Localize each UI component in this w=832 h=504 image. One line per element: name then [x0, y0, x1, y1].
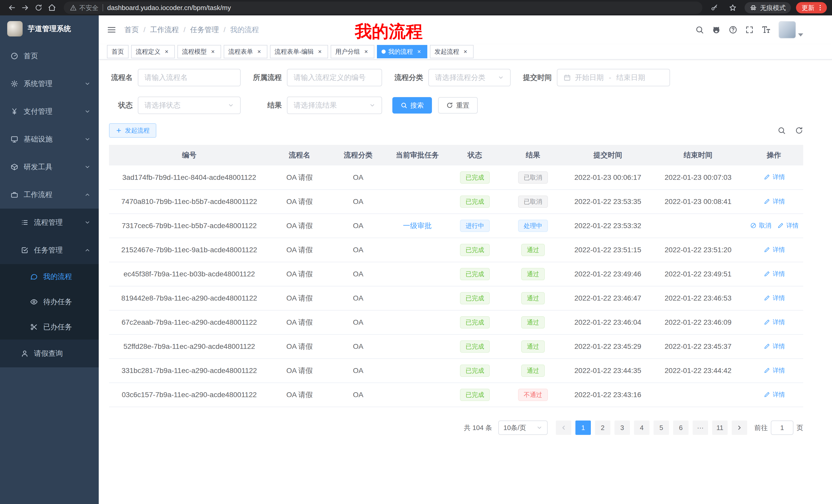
tab-process-model[interactable]: 流程模型× — [177, 45, 221, 58]
page-button-11[interactable]: 11 — [712, 421, 728, 435]
sidebar-item-dev-tools[interactable]: 研发工具 — [0, 153, 99, 181]
tab-my-process[interactable]: 我的流程× — [377, 45, 427, 58]
tab-process-definition[interactable]: 流程定义× — [131, 45, 175, 58]
tab-start-process[interactable]: 发起流程× — [430, 45, 474, 58]
close-icon[interactable]: × — [462, 48, 469, 55]
cell-end-time — [651, 214, 745, 238]
forward-button[interactable] — [19, 1, 32, 15]
result-filter-select[interactable]: 请选择流结果 — [287, 96, 382, 114]
page-button-5[interactable]: 5 — [654, 421, 669, 435]
github-icon[interactable] — [712, 25, 721, 34]
back-button[interactable] — [5, 1, 19, 15]
close-icon[interactable]: × — [316, 48, 323, 55]
task-link[interactable]: 一级审批 — [403, 222, 432, 230]
help-icon[interactable] — [729, 25, 737, 34]
close-icon[interactable]: × — [363, 48, 370, 55]
sidebar-item-payment-mgmt[interactable]: 支付管理 — [0, 97, 99, 125]
create-process-button[interactable]: 发起流程 — [109, 123, 156, 138]
status-badge: 已完成 — [460, 365, 490, 377]
tab-user-group[interactable]: 用户分组× — [331, 45, 374, 58]
close-icon[interactable]: × — [415, 48, 423, 55]
next-page-button[interactable] — [732, 421, 747, 435]
detail-link[interactable]: 详情 — [763, 173, 785, 181]
cell-category: OA — [330, 238, 387, 262]
jump-page-input[interactable] — [771, 421, 794, 435]
security-chip[interactable]: 不安全 — [70, 4, 99, 12]
category-filter-select[interactable]: 请选择流程分类 — [428, 69, 511, 86]
detail-link[interactable]: 详情 — [777, 221, 799, 230]
update-button[interactable]: 更新 — [796, 2, 827, 13]
key-icon[interactable] — [707, 1, 721, 15]
search-button[interactable]: 搜索 — [392, 97, 432, 114]
cell-name: OA 请假 — [269, 214, 330, 238]
sidebar-item-todo-tasks[interactable]: 待办任务 — [0, 289, 99, 314]
fullscreen-icon[interactable] — [745, 25, 754, 34]
table-row: 2152467e-7b9b-11ec-9a1b-acde48001122OA 请… — [109, 238, 803, 262]
user-menu[interactable] — [779, 21, 803, 38]
detail-link[interactable]: 详情 — [763, 270, 785, 278]
breadcrumb-item[interactable]: 任务管理 — [190, 25, 219, 35]
chat-icon — [30, 273, 38, 281]
search-icon[interactable] — [695, 25, 704, 34]
detail-link[interactable]: 详情 — [763, 342, 785, 351]
page-size-select[interactable]: 10条/页 — [498, 421, 548, 435]
sidebar-item-task-mgmt[interactable]: 任务管理 — [0, 236, 99, 264]
page-button-3[interactable]: 3 — [615, 421, 630, 435]
sidebar-item-workflow[interactable]: 工作流程 — [0, 181, 99, 208]
edit-icon — [763, 343, 771, 349]
detail-link[interactable]: 详情 — [763, 246, 785, 254]
refresh-table-icon[interactable] — [795, 127, 803, 135]
cell-actions: 详情 — [745, 165, 803, 190]
sidebar-item-leave-query[interactable]: 请假查询 — [0, 340, 99, 367]
tab-process-form-edit[interactable]: 流程表单-编辑× — [270, 45, 328, 58]
result-badge: 处理中 — [518, 220, 548, 232]
reset-button[interactable]: 重置 — [438, 97, 478, 114]
sidebar-item-process-mgmt[interactable]: 流程管理 — [0, 208, 99, 236]
close-icon[interactable]: × — [256, 48, 263, 55]
page-button-4[interactable]: 4 — [634, 421, 649, 435]
cell-end-time: 2022-01-23 00:08:41 — [651, 190, 745, 214]
tab-home[interactable]: 首页 — [107, 45, 129, 58]
date-range-picker[interactable]: 开始日期 - 结束日期 — [557, 69, 670, 86]
detail-link[interactable]: 详情 — [763, 390, 785, 399]
prev-page-button[interactable] — [556, 421, 571, 435]
name-filter-input[interactable] — [138, 69, 241, 86]
page-ellipsis[interactable]: ··· — [693, 421, 708, 435]
address-bar[interactable]: 不安全 dashboard.yudao.iocoder.cn/bpm/task/… — [64, 2, 702, 14]
breadcrumb-item[interactable]: 工作流程 — [150, 25, 179, 35]
person-icon — [21, 349, 29, 357]
process-filter-label: 所属流程 — [251, 73, 282, 82]
cell-actions: 取消详情 — [745, 214, 803, 238]
sidebar-item-home[interactable]: 首页 — [0, 42, 99, 70]
bookmark-star-icon[interactable] — [726, 1, 739, 15]
toggle-search-icon[interactable] — [778, 127, 786, 135]
process-filter-input[interactable] — [287, 69, 382, 86]
cancel-link[interactable]: 取消 — [749, 221, 771, 230]
home-button[interactable] — [45, 1, 59, 15]
status-filter-select[interactable]: 请选择状态 — [138, 96, 241, 114]
reload-button[interactable] — [32, 1, 45, 15]
close-icon[interactable]: × — [163, 48, 170, 55]
breadcrumb-item[interactable]: 首页 — [125, 25, 139, 35]
detail-link[interactable]: 详情 — [763, 294, 785, 302]
sidebar-item-system-mgmt[interactable]: 系统管理 — [0, 70, 99, 97]
scissors-icon — [30, 323, 38, 331]
sidebar-item-done-tasks[interactable]: 已办任务 — [0, 314, 99, 340]
font-size-icon[interactable] — [761, 25, 771, 34]
detail-link[interactable]: 详情 — [763, 318, 785, 326]
sidebar-item-infrastructure[interactable]: 基础设施 — [0, 125, 99, 153]
breadcrumb: 首页/工作流程/任务管理/我的流程 — [125, 25, 259, 35]
cell-category: OA — [330, 190, 387, 214]
detail-link[interactable]: 详情 — [763, 197, 785, 205]
page-button-6[interactable]: 6 — [673, 421, 688, 435]
app-logo-row[interactable]: 芋道管理系统 — [0, 16, 99, 42]
sidebar-item-my-process[interactable]: 我的流程 — [0, 264, 99, 289]
tab-process-form[interactable]: 流程表单× — [224, 45, 267, 58]
more-options-icon[interactable] — [816, 4, 824, 11]
close-icon[interactable]: × — [209, 48, 216, 55]
cell-category: OA — [330, 334, 387, 359]
hamburger-icon[interactable] — [107, 25, 116, 34]
page-button-2[interactable]: 2 — [595, 421, 610, 435]
page-button-1[interactable]: 1 — [575, 421, 591, 435]
detail-link[interactable]: 详情 — [763, 366, 785, 374]
